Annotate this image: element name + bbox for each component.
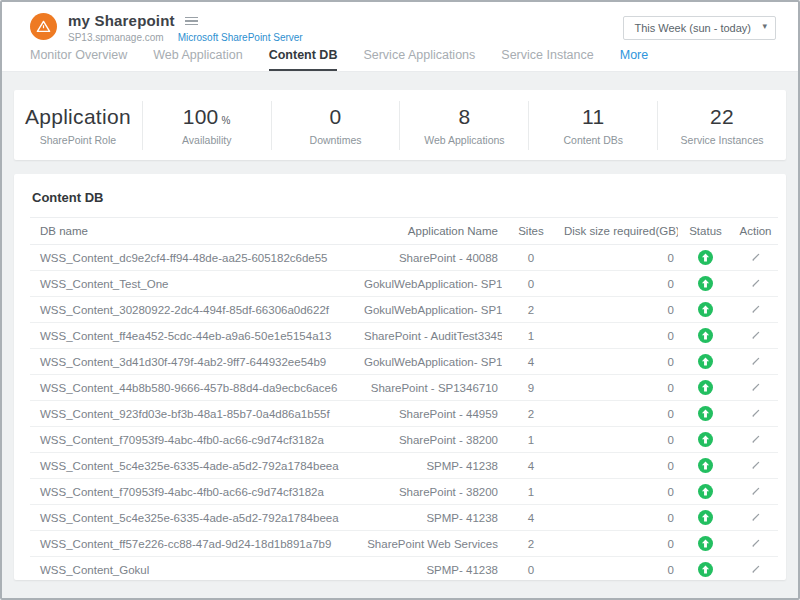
- monitor-type-badge: [30, 13, 57, 40]
- disk-size-cell: 0: [560, 271, 678, 297]
- db-name-cell: WSS_Content_30280922-2dc4-494f-85df-6630…: [30, 297, 360, 323]
- edit-pencil-icon[interactable]: [750, 537, 762, 551]
- disk-size-cell: 0: [560, 297, 678, 323]
- tab-service-applications[interactable]: Service Applications: [363, 48, 475, 71]
- section-title: Content DB: [32, 190, 770, 205]
- action-cell: [733, 271, 778, 297]
- stat-value: 100: [183, 105, 219, 128]
- status-cell: [678, 531, 733, 557]
- stat-availability: 100% Availability: [143, 101, 272, 150]
- application-name-cell: SPMP- 41238: [360, 557, 502, 583]
- stat-label: Availability: [143, 134, 271, 146]
- tab-content-db[interactable]: Content DB: [269, 48, 338, 71]
- tab-more[interactable]: More: [620, 48, 648, 71]
- status-up-icon[interactable]: [698, 380, 713, 395]
- status-cell: [678, 505, 733, 531]
- stat-web-applications: 8 Web Applications: [400, 101, 529, 150]
- status-up-icon[interactable]: [698, 302, 713, 317]
- hamburger-menu-icon[interactable]: [185, 16, 198, 26]
- action-cell: [733, 453, 778, 479]
- application-name-cell: GokulWebApplication- SP1328261: [360, 271, 502, 297]
- edit-pencil-icon[interactable]: [750, 459, 762, 473]
- stat-label: Web Applications: [400, 134, 528, 146]
- sites-cell: 0: [502, 271, 560, 297]
- stat-label: SharePoint Role: [14, 134, 142, 146]
- action-cell: [733, 349, 778, 375]
- status-up-icon[interactable]: [698, 458, 713, 473]
- status-up-icon[interactable]: [698, 250, 713, 265]
- application-name-cell: SharePoint - 44959: [360, 401, 502, 427]
- disk-size-cell: 0: [560, 427, 678, 453]
- content-db-card: Content DB DB name Application Name Site…: [14, 174, 786, 580]
- application-name-cell: SharePoint - 38200: [360, 427, 502, 453]
- application-name-cell: GokulWebApplication- SP1328261: [360, 297, 502, 323]
- status-cell: [678, 271, 733, 297]
- tab-web-application[interactable]: Web Application: [153, 48, 242, 71]
- action-cell: [733, 375, 778, 401]
- content-db-table: DB name Application Name Sites Disk size…: [30, 217, 778, 583]
- application-name-cell: SPMP- 41238: [360, 453, 502, 479]
- tab-monitor-overview[interactable]: Monitor Overview: [30, 48, 127, 71]
- server-type-link[interactable]: Microsoft SharePoint Server: [178, 32, 303, 43]
- db-name-cell: WSS_Content_dc9e2cf4-ff94-48de-aa25-6051…: [30, 245, 360, 271]
- status-up-icon[interactable]: [698, 484, 713, 499]
- edit-pencil-icon[interactable]: [750, 277, 762, 291]
- edit-pencil-icon[interactable]: [750, 381, 762, 395]
- db-name-cell: WSS_Content_ff57e226-cc88-47ad-9d24-18d1…: [30, 531, 360, 557]
- edit-pencil-icon[interactable]: [750, 563, 762, 577]
- edit-pencil-icon[interactable]: [750, 511, 762, 525]
- disk-size-cell: 0: [560, 323, 678, 349]
- status-up-icon[interactable]: [698, 562, 713, 577]
- application-name-cell: GokulWebApplication- SP1328261: [360, 349, 502, 375]
- status-cell: [678, 401, 733, 427]
- status-up-icon[interactable]: [698, 510, 713, 525]
- action-cell: [733, 323, 778, 349]
- disk-size-cell: 0: [560, 557, 678, 583]
- tab-service-instance[interactable]: Service Instance: [501, 48, 593, 71]
- col-db-name: DB name: [30, 218, 360, 245]
- stat-label: Content DBs: [529, 134, 657, 146]
- edit-pencil-icon[interactable]: [750, 433, 762, 447]
- disk-size-cell: 0: [560, 505, 678, 531]
- action-cell: [733, 531, 778, 557]
- action-cell: [733, 505, 778, 531]
- action-cell: [733, 297, 778, 323]
- table-row: WSS_Content_30280922-2dc4-494f-85df-6630…: [30, 297, 778, 323]
- edit-pencil-icon[interactable]: [750, 329, 762, 343]
- sites-cell: 4: [502, 505, 560, 531]
- stat-label: Downtimes: [272, 134, 400, 146]
- sites-cell: 4: [502, 453, 560, 479]
- action-cell: [733, 427, 778, 453]
- status-up-icon[interactable]: [698, 354, 713, 369]
- application-name-cell: SPMP- 41238: [360, 505, 502, 531]
- db-name-cell: WSS_Content_923fd03e-bf3b-48a1-85b7-0a4d…: [30, 401, 360, 427]
- edit-pencil-icon[interactable]: [750, 485, 762, 499]
- edit-pencil-icon[interactable]: [750, 251, 762, 265]
- status-up-icon[interactable]: [698, 276, 713, 291]
- col-disk-size: Disk size required(GB): [560, 218, 678, 245]
- sites-cell: 0: [502, 557, 560, 583]
- edit-pencil-icon[interactable]: [750, 355, 762, 369]
- sites-cell: 4: [502, 349, 560, 375]
- edit-pencil-icon[interactable]: [750, 303, 762, 317]
- page-title: my Sharepoint: [68, 12, 175, 29]
- db-name-cell: WSS_Content_f70953f9-4abc-4fb0-ac66-c9d7…: [30, 427, 360, 453]
- table-row: WSS_Content_ff4ea452-5cdc-44eb-a9a6-50e1…: [30, 323, 778, 349]
- disk-size-cell: 0: [560, 349, 678, 375]
- status-up-icon[interactable]: [698, 432, 713, 447]
- status-cell: [678, 427, 733, 453]
- disk-size-cell: 0: [560, 453, 678, 479]
- status-up-icon[interactable]: [698, 536, 713, 551]
- status-up-icon[interactable]: [698, 406, 713, 421]
- db-name-cell: WSS_Content_44b8b580-9666-457b-88d4-da9e…: [30, 375, 360, 401]
- period-dropdown[interactable]: This Week (sun - today) ▾: [623, 16, 776, 40]
- stat-value: 0: [330, 105, 342, 128]
- stat-content-dbs: 11 Content DBs: [529, 101, 658, 150]
- action-cell: [733, 557, 778, 583]
- edit-pencil-icon[interactable]: [750, 407, 762, 421]
- status-up-icon[interactable]: [698, 328, 713, 343]
- sites-cell: 9: [502, 375, 560, 401]
- db-name-cell: WSS_Content_Gokul: [30, 557, 360, 583]
- application-name-cell: SharePoint Web Services: [360, 531, 502, 557]
- table-row: WSS_Content_923fd03e-bf3b-48a1-85b7-0a4d…: [30, 401, 778, 427]
